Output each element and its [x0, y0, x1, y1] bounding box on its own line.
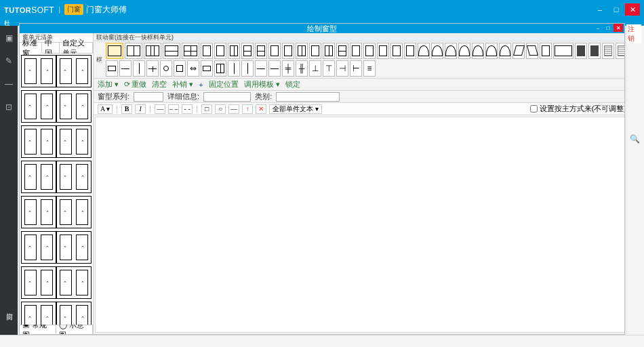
delete-button[interactable]: ✕ [256, 104, 266, 114]
shape-tool-button[interactable]: ⊥ [309, 60, 321, 77]
shape-tool-button[interactable] [146, 60, 159, 77]
shape-tool-button[interactable] [458, 43, 470, 59]
window-thumbnail[interactable]: ⌃⌃ [56, 161, 92, 193]
line-solid-button[interactable]: — [155, 104, 165, 114]
shape-tool-button[interactable] [268, 60, 281, 77]
shape-tool-button[interactable] [323, 43, 335, 59]
shape-tool-button[interactable] [336, 43, 348, 59]
window-thumbnail[interactable]: ⌃⌃ [21, 266, 56, 299]
outer-close-button[interactable]: ✕ [625, 3, 640, 16]
window-thumbnail[interactable]: ⌃⌃ [56, 90, 92, 123]
sales-tag[interactable]: 注销 [626, 24, 641, 43]
shape-tool-button[interactable] [163, 43, 180, 59]
outer-minimize-button[interactable]: – [592, 3, 607, 16]
shape-tool-button[interactable] [268, 43, 281, 59]
shape-tool-button[interactable] [431, 43, 443, 59]
italic-button[interactable]: I [135, 104, 146, 114]
shape-tool-button[interactable] [390, 43, 403, 59]
window-thumbnail[interactable]: ⌃⌃ [21, 90, 56, 123]
action-supply[interactable]: 补销 ▾ [172, 79, 193, 89]
action-clear[interactable]: 清空 [152, 79, 167, 89]
window-thumbnail[interactable]: ⌃⌃ [56, 266, 92, 299]
action-lock[interactable]: 锁定 [285, 79, 300, 89]
input-detail[interactable] [203, 92, 251, 102]
input-series[interactable] [134, 92, 163, 102]
shape-tool-button[interactable]: ⊤ [323, 60, 335, 77]
shape-tool-button[interactable] [241, 43, 254, 59]
shape-tool-button[interactable] [602, 43, 614, 59]
shape-tool-button[interactable] [445, 43, 457, 59]
action-redo[interactable]: 重做 [124, 79, 146, 89]
shape-tool-button[interactable] [133, 60, 145, 77]
shape-tool-button[interactable] [228, 43, 240, 59]
shape-tool-button[interactable] [106, 60, 118, 77]
shape-tool-button[interactable] [255, 43, 267, 59]
shape-tool-button[interactable] [472, 43, 484, 59]
shape-tool-button[interactable] [418, 43, 430, 59]
window-thumbnail[interactable]: ⌃⌃ [21, 125, 56, 158]
shape-tool-button[interactable] [241, 60, 254, 77]
shape-tool-button[interactable] [485, 43, 498, 59]
shape-tool-button[interactable] [160, 60, 172, 77]
all-parts-text-button[interactable]: 全部单件文本 ▾ [269, 104, 322, 114]
shape-tool-button[interactable] [616, 43, 624, 59]
shape-tool-button[interactable] [201, 43, 213, 59]
action-plus[interactable]: + [199, 81, 203, 89]
window-thumbnail[interactable]: ⌃⌃ [21, 231, 56, 264]
window-thumbnail[interactable]: ⌃⌃ [21, 196, 56, 228]
footer-tab-view1[interactable]: ▣ 常规图 [20, 325, 56, 334]
window-thumbnail[interactable]: ⌃⌃ [21, 302, 56, 325]
shape-tool-button[interactable] [309, 43, 321, 59]
shape-tool-button[interactable] [174, 60, 186, 77]
search-icon[interactable]: 🔍 [630, 134, 640, 144]
shape-tool-button[interactable] [377, 43, 389, 59]
line-dash2-button[interactable]: - - [182, 104, 193, 114]
shape-tool-button[interactable] [350, 43, 362, 59]
shape-tool-button[interactable] [526, 43, 538, 59]
window-thumbnail[interactable]: ⌃⌃ [56, 125, 92, 158]
rail-pencil-icon[interactable]: ✎ [3, 56, 14, 66]
shape-tool-button[interactable]: ⊢ [350, 60, 362, 77]
shape-tool-button[interactable] [588, 43, 601, 59]
tab-china[interactable]: 中国 [42, 43, 59, 53]
shape-tool-button[interactable] [499, 43, 511, 59]
window-thumbnail[interactable]: ⌃⌃ [56, 302, 92, 325]
shape-tool-button[interactable]: ≡ [363, 60, 376, 77]
shape-tool-button[interactable]: ⇔ [187, 60, 199, 77]
shape-tool-button[interactable] [363, 43, 376, 59]
inner-minimize-button[interactable]: – [593, 24, 603, 32]
line-dash1-button[interactable]: – – [168, 104, 179, 114]
inner-close-button[interactable]: ✕ [613, 24, 623, 32]
rail-layout-icon[interactable]: ▣ [3, 33, 14, 43]
font-color-button[interactable]: A ▾ [98, 104, 113, 114]
action-add[interactable]: 添加 ▾ [98, 79, 119, 89]
shape-tool-button[interactable]: ╫ [296, 60, 308, 77]
rail-camera-icon[interactable]: ⊡ [3, 102, 14, 113]
tool-double-pane[interactable] [125, 43, 142, 59]
rail-dash-icon[interactable]: ― [3, 79, 14, 89]
shape-tool-button[interactable] [404, 43, 416, 59]
window-thumbnail[interactable]: ⌃⌃ [21, 161, 56, 193]
tab-custom[interactable]: 自定义单元 [60, 43, 94, 53]
line-long-button[interactable]: — [228, 104, 239, 114]
shape-tool-button[interactable] [255, 60, 267, 77]
shape-box-button[interactable]: □ [201, 104, 212, 114]
shape-tool-button[interactable] [214, 60, 226, 77]
drawing-canvas[interactable] [95, 117, 624, 333]
shape-tool-button[interactable]: ╪ [282, 60, 294, 77]
shape-circle-button[interactable]: ○ [215, 104, 226, 114]
tool-single-pane[interactable] [106, 43, 123, 59]
outer-maximize-button[interactable]: □ [609, 3, 624, 16]
shape-tool-button[interactable]: ⊣ [336, 60, 348, 77]
shape-tool-button[interactable] [228, 60, 240, 77]
shape-tool-button[interactable] [214, 43, 226, 59]
shape-tool-button[interactable] [182, 43, 199, 59]
tab-standard[interactable]: 标准窗 [20, 43, 42, 54]
shape-tool-button[interactable] [575, 43, 587, 59]
shape-tool-button[interactable] [540, 43, 552, 59]
shape-tool-button[interactable] [144, 43, 161, 59]
shape-tool-button[interactable] [282, 43, 294, 59]
window-thumbnail[interactable]: ⌃⌃ [56, 55, 92, 87]
window-thumbnail[interactable]: ⌃⌃ [56, 231, 92, 264]
shape-tool-button[interactable] [512, 43, 525, 59]
